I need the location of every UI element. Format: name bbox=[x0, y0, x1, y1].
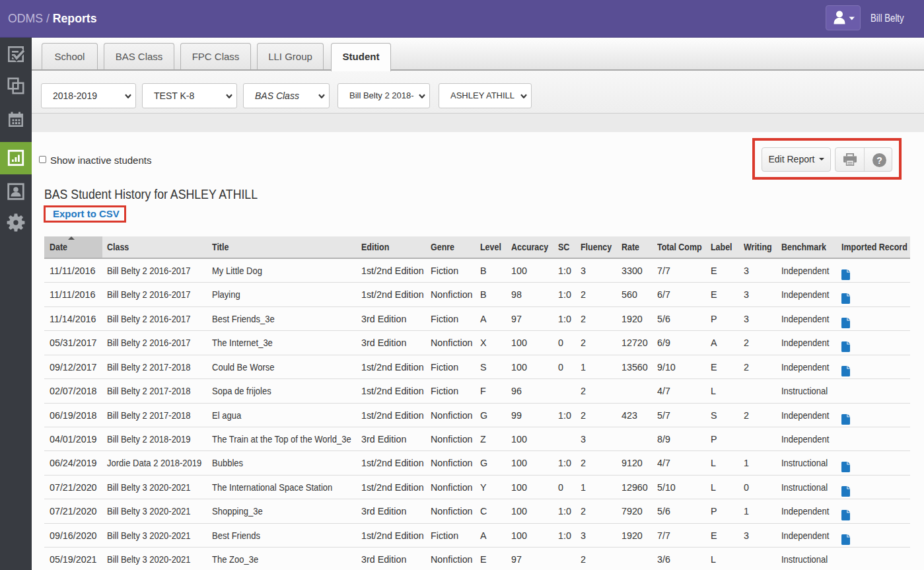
svg-text:?: ? bbox=[876, 155, 882, 166]
